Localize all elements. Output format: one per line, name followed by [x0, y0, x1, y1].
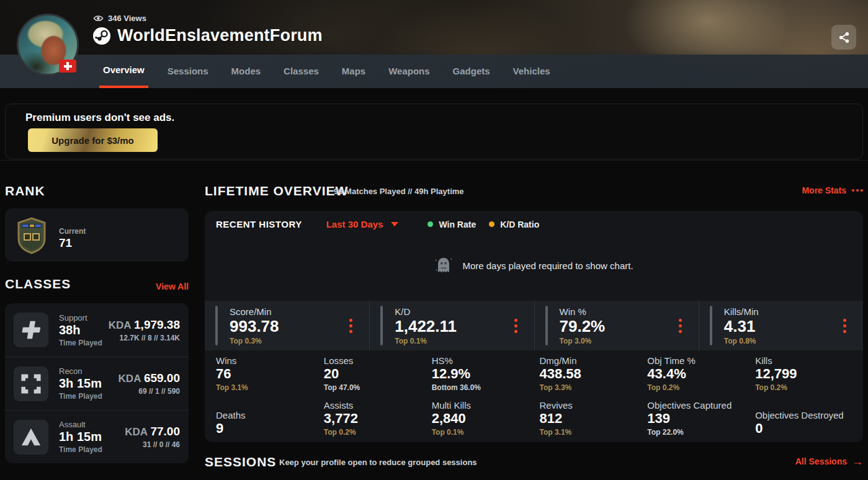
stat-percentile: Top 0.8%	[724, 337, 863, 345]
stat-label: Objectives Captured	[647, 400, 755, 411]
stat-value: 12.9%	[432, 366, 540, 382]
stat-percentile: Top 0.2%	[755, 383, 863, 392]
classes-header: CLASSES View All	[5, 277, 189, 291]
stat-label: Deaths	[216, 410, 324, 420]
stat-label: Kills/Min	[724, 306, 863, 317]
legend-win-rate: Win Rate	[427, 220, 476, 229]
stat-value: 43.4%	[647, 366, 755, 382]
class-tile	[14, 420, 48, 455]
stat-label: Score/Min	[230, 306, 369, 317]
rank-card: Current 71	[5, 208, 189, 262]
ghost-icon	[434, 256, 453, 275]
stat-percentile: Bottom 36.0%	[432, 383, 540, 392]
tab-weapons[interactable]: Weapons	[385, 55, 433, 88]
stat-dmg-min: Dmg/Min 438.58 Top 3.3%	[539, 350, 647, 395]
all-sessions-link[interactable]: All Sessions	[795, 456, 847, 466]
stat-percentile: Top 0.1%	[432, 428, 540, 437]
rank-heading: RANK	[5, 184, 45, 198]
stat-label: K/D	[395, 306, 534, 317]
chart-legend: Win Rate K/D Ratio	[427, 220, 539, 229]
stat-percentile: Top 3.0%	[560, 337, 699, 345]
stat-label: HS%	[432, 355, 540, 366]
views-count: 346 Views	[108, 14, 146, 23]
tab-vehicles[interactable]: Vehicles	[509, 55, 554, 88]
kebab-menu-icon[interactable]	[512, 317, 519, 335]
stat-kills: Kills 12,799 Top 0.2%	[755, 350, 863, 395]
kda-label: KDA	[125, 426, 148, 438]
stat-objectives-destroyed: Objectives Destroyed 0	[755, 395, 863, 440]
premium-ad-banner: Premium users don't see ads. Upgrade for…	[5, 104, 863, 159]
tab-classes[interactable]: Classes	[280, 55, 323, 88]
class-row-recon: Recon 3h 15m Time Played KDA 659.00 69 /…	[5, 357, 189, 410]
stat-value: 3,772	[324, 411, 432, 427]
more-stats: More Stats	[763, 185, 863, 195]
all-sessions: All Sessions →	[682, 456, 863, 466]
class-tile	[14, 313, 48, 347]
stat-label: Losses	[324, 355, 432, 366]
class-kda: KDA 77.00 31 // 0 // 46	[125, 425, 180, 449]
date-range-value: Last 30 Days	[326, 219, 383, 229]
kda-value: 659.00	[144, 371, 180, 384]
upgrade-button[interactable]: Upgrade for $3/mo	[28, 128, 158, 152]
steam-icon	[93, 27, 110, 45]
share-button[interactable]	[831, 25, 856, 50]
class-info: Support 38h Time Played	[59, 313, 102, 347]
more-stats-link[interactable]: More Stats	[802, 185, 846, 195]
tab-gadgets[interactable]: Gadgets	[449, 55, 494, 88]
class-row-assault: Assault 1h 15m Time Played KDA 77.00 31 …	[5, 410, 189, 463]
stat-value: 12,799	[755, 366, 863, 382]
profile-page: 346 Views WorldEnslavementForum Overview…	[0, 0, 868, 480]
class-time-played: 1h 15m	[59, 430, 102, 444]
page-title: WorldEnslavementForum	[117, 26, 323, 45]
recent-history-header: RECENT HISTORY Last 30 Days Win Rate K/D…	[216, 219, 539, 229]
stat-hs-pct: HS% 12.9% Bottom 36.0%	[432, 350, 540, 395]
tab-sessions[interactable]: Sessions	[164, 55, 212, 88]
empty-chart-message: More days played required to show chart.	[205, 256, 863, 275]
lifetime-overview-subtitle: 96 Matches Played // 49h Playtime	[334, 187, 464, 196]
class-time-played: 38h	[59, 323, 102, 337]
class-info: Recon 3h 15m Time Played	[59, 367, 102, 401]
profile-nav: Overview Sessions Modes Classes Maps Wea…	[0, 55, 868, 88]
recon-icon	[20, 373, 42, 394]
stat-assists: Assists 3,772 Top 0.2%	[324, 395, 432, 440]
view-all-link[interactable]: View All	[156, 282, 189, 291]
stat-kills-min: Kills/Min 4.31 Top 0.8%	[699, 301, 863, 350]
class-tile	[14, 367, 48, 401]
tab-modes[interactable]: Modes	[228, 55, 265, 88]
class-row-support: Support 38h Time Played KDA 1,979.38 12.…	[5, 303, 189, 357]
stat-label: Wins	[216, 355, 324, 366]
stat-label: Objectives Destroyed	[755, 410, 863, 420]
tab-maps[interactable]: Maps	[338, 55, 369, 88]
classes-heading: CLASSES	[5, 277, 71, 291]
stat-value: 20	[324, 366, 432, 382]
date-range-dropdown[interactable]: Last 30 Days	[326, 219, 399, 229]
stat-label: Multi Kills	[432, 400, 540, 411]
stat-kd: K/D 1,422.11 Top 0.1%	[369, 301, 534, 350]
kebab-menu-icon[interactable]	[677, 317, 684, 335]
stat-label: Obj Time %	[647, 355, 755, 366]
kd-ratio-dot-icon	[489, 221, 494, 227]
class-info: Assault 1h 15m Time Played	[59, 420, 102, 454]
kebab-menu-icon[interactable]	[841, 317, 848, 335]
stat-value: 0	[755, 420, 863, 437]
stat-label: Assists	[324, 400, 432, 411]
time-played-label: Time Played	[59, 392, 102, 401]
ellipsis-icon[interactable]	[852, 189, 863, 192]
recent-history-heading: RECENT HISTORY	[216, 219, 302, 229]
stat-percentile: Top 3.1%	[539, 428, 647, 437]
kebab-menu-icon[interactable]	[347, 317, 354, 335]
kda-detail: 12.7K // 8 // 3.14K	[109, 334, 180, 342]
stat-percentile: Top 0.3%	[230, 337, 369, 345]
stat-score-min: Score/Min 993.78 Top 0.3%	[205, 301, 369, 350]
stat-percentile: Top 0.1%	[395, 337, 534, 345]
kda-detail: 31 // 0 // 46	[125, 440, 180, 449]
rank-current-value: 71	[59, 236, 72, 250]
stat-losses: Losses 20 Top 47.0%	[324, 350, 432, 395]
caret-down-icon	[391, 222, 398, 226]
tab-overview[interactable]: Overview	[99, 55, 148, 88]
kda-label: KDA	[119, 373, 141, 384]
class-name: Assault	[59, 420, 102, 429]
stat-deaths: Deaths 9	[216, 395, 324, 440]
class-name: Recon	[59, 367, 102, 376]
stats-grid: Wins 76 Top 3.1% Losses 20 Top 47.0% HS%…	[205, 350, 863, 442]
